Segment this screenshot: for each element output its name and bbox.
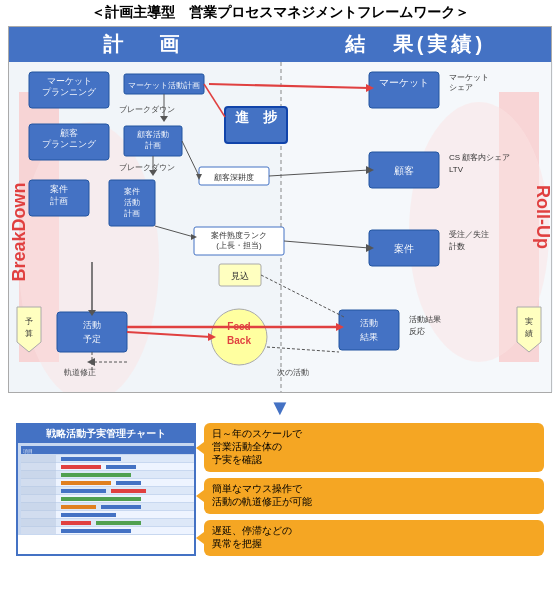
gantt-area: 項目 [18, 443, 194, 535]
down-arrow: ▼ [8, 395, 552, 421]
svg-text:反応: 反応 [409, 327, 425, 336]
svg-text:シェア: シェア [449, 83, 473, 92]
svg-text:顧客: 顧客 [60, 128, 78, 138]
svg-text:活動: 活動 [83, 320, 101, 330]
svg-text:プランニング: プランニング [42, 139, 97, 149]
svg-text:実: 実 [525, 317, 533, 326]
svg-text:CS 顧客内シェア: CS 顧客内シェア [449, 153, 510, 162]
svg-text:受注／失注: 受注／失注 [449, 230, 489, 239]
chart-title: 戦略活動予実管理チャート [18, 425, 194, 443]
svg-rect-114 [61, 489, 106, 493]
svg-text:ブレークダウン: ブレークダウン [119, 163, 175, 172]
gantt-svg: 項目 [21, 446, 194, 534]
header-row: 計 画 結 果(実績) [9, 27, 551, 62]
svg-text:予: 予 [25, 317, 33, 326]
svg-rect-118 [101, 505, 141, 509]
diagram-wrapper: 計 画 結 果(実績) マーケット プランニング [8, 26, 552, 393]
svg-rect-122 [61, 529, 131, 533]
chart-box: 戦略活動予実管理チャート 項目 [16, 423, 196, 556]
svg-text:活動: 活動 [360, 318, 378, 328]
svg-text:績: 績 [524, 329, 533, 338]
svg-text:Roll-Up: Roll-Up [533, 185, 553, 249]
svg-rect-120 [61, 521, 91, 525]
svg-text:結果: 結果 [359, 332, 378, 342]
svg-text:次の活動: 次の活動 [277, 368, 309, 377]
svg-text:活動: 活動 [124, 198, 140, 207]
svg-text:ブレークダウン: ブレークダウン [119, 105, 175, 114]
svg-rect-119 [61, 513, 116, 517]
svg-text:項目: 項目 [22, 448, 33, 454]
svg-text:予定: 予定 [83, 334, 101, 344]
svg-rect-109 [61, 465, 101, 469]
svg-rect-64 [339, 310, 399, 350]
header-keikaku: 計 画 [9, 27, 280, 62]
bottom-section: 戦略活動予実管理チャート 項目 [16, 423, 544, 556]
svg-text:進　捗: 進 捗 [235, 109, 278, 125]
svg-rect-115 [111, 489, 146, 493]
svg-text:LTV: LTV [449, 165, 464, 174]
svg-text:BreakDown: BreakDown [9, 182, 29, 281]
svg-text:案件熟度ランク: 案件熟度ランク [211, 231, 267, 240]
svg-text:マーケット: マーケット [379, 77, 429, 88]
main-container: ＜計画主導型 営業プロセスマネジメントフレームワーク＞ 計 画 結 果(実績) [0, 0, 560, 560]
svg-text:計画: 計画 [145, 141, 161, 150]
svg-text:案件: 案件 [394, 243, 414, 254]
svg-text:案件: 案件 [124, 187, 140, 196]
callout-1: 日～年のスケールで 営業活動全体の 予実を確認 [204, 423, 544, 472]
svg-text:計画: 計画 [50, 196, 68, 206]
svg-rect-31 [57, 312, 127, 352]
page-title: ＜計画主導型 営業プロセスマネジメントフレームワーク＞ [8, 4, 552, 22]
callout-2: 簡単なマウス操作で 活動の軌道修正が可能 [204, 478, 544, 514]
svg-rect-108 [61, 457, 121, 461]
svg-text:顧客: 顧客 [394, 165, 414, 176]
callouts: 日～年のスケールで 営業活動全体の 予実を確認 簡単なマウス操作で 活動の軌道修… [204, 423, 544, 556]
svg-rect-107 [21, 455, 56, 534]
svg-text:軌道修正: 軌道修正 [64, 368, 96, 377]
callout-3: 遅延、停滞などの 異常を把握 [204, 520, 544, 556]
svg-rect-110 [106, 465, 136, 469]
svg-rect-117 [61, 505, 96, 509]
svg-text:Back: Back [227, 335, 251, 346]
svg-rect-111 [61, 473, 131, 477]
framework-svg: マーケット プランニング マーケット活動計画 ブレークダウン 顧客 プランニング… [9, 62, 553, 392]
svg-text:算: 算 [25, 329, 33, 338]
svg-text:(上長・担当): (上長・担当) [216, 241, 262, 250]
svg-text:プランニング: プランニング [42, 87, 97, 97]
svg-text:顧客深耕度: 顧客深耕度 [214, 173, 254, 182]
svg-rect-121 [96, 521, 141, 525]
svg-rect-113 [116, 481, 141, 485]
svg-text:マーケット活動計画: マーケット活動計画 [128, 81, 200, 90]
svg-text:見込: 見込 [231, 271, 249, 281]
header-kekka: 結 果(実績) [280, 27, 551, 62]
svg-text:案件: 案件 [50, 184, 68, 194]
svg-rect-112 [61, 481, 111, 485]
svg-text:マーケット: マーケット [449, 73, 489, 82]
svg-text:顧客活動: 顧客活動 [137, 130, 169, 139]
svg-text:活動結果: 活動結果 [409, 315, 441, 324]
svg-text:マーケット: マーケット [47, 76, 92, 86]
svg-text:計画: 計画 [124, 209, 140, 218]
svg-rect-95 [21, 446, 194, 454]
svg-rect-116 [61, 497, 141, 501]
svg-text:計数: 計数 [449, 242, 465, 251]
